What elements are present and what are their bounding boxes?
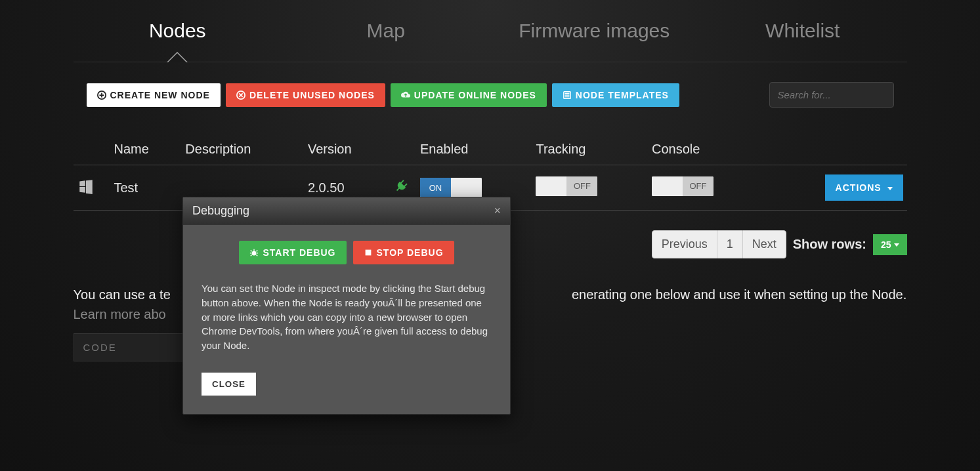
modal-title: Debugging	[192, 204, 249, 218]
actions-label: ACTIONS	[836, 182, 882, 193]
search-input[interactable]	[769, 82, 894, 108]
plus-circle-icon	[97, 91, 106, 100]
rows-value: 25	[881, 239, 891, 250]
close-icon: ×	[494, 204, 501, 217]
delete-unused-label: DELETE UNUSED NODES	[249, 90, 375, 100]
col-version: Version	[304, 134, 390, 165]
toggle-blank	[652, 176, 683, 196]
col-description: Description	[181, 134, 304, 165]
plug-icon	[394, 179, 408, 194]
console-toggle[interactable]: OFF	[652, 176, 714, 196]
svg-point-3	[252, 251, 257, 255]
start-debug-button[interactable]: START DEBUG	[239, 241, 346, 264]
modal-close-button[interactable]: CLOSE	[202, 373, 256, 396]
toggle-off-label: OFF	[566, 176, 597, 196]
toolbar: CREATE NEW NODE DELETE UNUSED NODES UPDA…	[74, 62, 907, 121]
col-enabled: Enabled	[416, 134, 532, 165]
modal-description: You can set the Node in inspect mode by …	[202, 281, 492, 353]
toggle-on-label: ON	[420, 178, 451, 197]
windows-icon	[77, 178, 95, 195]
tab-firmware[interactable]: Firmware images	[490, 7, 699, 62]
bug-icon	[249, 248, 259, 257]
update-online-button[interactable]: UPDATE ONLINE NODES	[391, 83, 547, 107]
tab-map[interactable]: Map	[282, 7, 490, 62]
create-node-button[interactable]: CREATE NEW NODE	[87, 83, 221, 107]
modal-body: START DEBUG STOP DEBUG You can set the N…	[183, 225, 510, 414]
main-tabs: Nodes Map Firmware images Whitelist	[74, 7, 907, 62]
page-1-button[interactable]: 1	[717, 230, 742, 258]
caret-down-icon	[894, 243, 899, 247]
node-templates-button[interactable]: NODE TEMPLATES	[552, 83, 679, 107]
next-button[interactable]: Next	[742, 230, 786, 258]
previous-button[interactable]: Previous	[652, 230, 717, 258]
modal-header: Debugging ×	[183, 197, 510, 225]
col-console: Console	[648, 134, 764, 165]
help-line2: Learn more abo	[74, 307, 166, 321]
times-circle-icon	[236, 91, 245, 100]
help-line1-pre: You can use a te	[74, 287, 171, 302]
search-box	[769, 82, 894, 108]
tab-nodes[interactable]: Nodes	[74, 7, 282, 62]
col-tracking: Tracking	[532, 134, 648, 165]
tab-whitelist[interactable]: Whitelist	[698, 7, 907, 62]
actions-dropdown-button[interactable]: ACTIONS	[825, 174, 903, 201]
stop-debug-button[interactable]: STOP DEBUG	[353, 241, 454, 264]
debugging-modal: Debugging × START DEBUG STOP DEBUG You c…	[182, 197, 511, 415]
stop-debug-label: STOP DEBUG	[377, 247, 444, 258]
update-online-label: UPDATE ONLINE NODES	[414, 90, 536, 100]
caret-down-icon	[887, 187, 893, 190]
show-rows-label: Show rows:	[793, 237, 866, 252]
modal-close-x-button[interactable]: ×	[494, 204, 501, 218]
toggle-blank	[536, 176, 566, 196]
stop-icon	[364, 248, 373, 257]
toggle-off-label: OFF	[683, 176, 714, 196]
svg-rect-4	[365, 250, 371, 256]
cloud-upload-icon	[401, 91, 410, 100]
rows-dropdown-button[interactable]: 25	[873, 234, 907, 255]
toggle-blank	[451, 178, 482, 197]
enabled-toggle[interactable]: ON	[420, 178, 482, 197]
delete-unused-button[interactable]: DELETE UNUSED NODES	[226, 83, 385, 107]
node-templates-label: NODE TEMPLATES	[576, 90, 669, 100]
col-name: Name	[110, 134, 182, 165]
help-line1-post: enerating one below and use it when sett…	[572, 287, 906, 302]
list-icon	[563, 91, 572, 100]
tracking-toggle[interactable]: OFF	[536, 176, 597, 196]
cell-name: Test	[110, 165, 182, 211]
create-node-label: CREATE NEW NODE	[110, 90, 210, 100]
code-input[interactable]	[74, 333, 192, 361]
start-debug-label: START DEBUG	[263, 247, 335, 258]
